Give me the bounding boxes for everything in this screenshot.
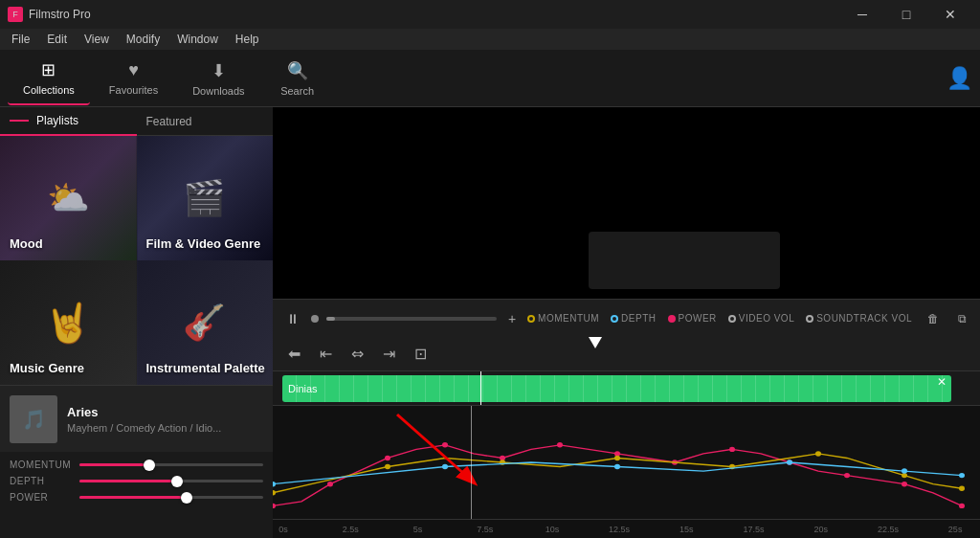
expand-button[interactable]: ⧉: [954, 308, 970, 329]
graph-area: [273, 406, 980, 519]
track-playhead-line: [480, 371, 481, 405]
tick-20s: 20s: [813, 525, 828, 534]
nav-collections[interactable]: ⊞ Collections: [8, 52, 90, 105]
momentum-thumb[interactable]: [144, 460, 155, 471]
graph-playhead: [471, 406, 472, 519]
track-clip-texture: [282, 375, 951, 402]
momentum-track[interactable]: [79, 463, 263, 466]
close-button[interactable]: ✕: [928, 0, 972, 29]
sliders-section: MOMENTUM DEPTH POWER: [0, 452, 273, 516]
collections-row-2: 🤘 Music Genre 🎸 Instrumental Palette: [0, 260, 273, 385]
add-button[interactable]: +: [504, 307, 520, 330]
tick-5s: 5s: [413, 525, 423, 534]
film-icon: 🎬: [183, 178, 226, 218]
tl-end-button[interactable]: ⇥: [377, 342, 401, 366]
collection-music-genre[interactable]: 🤘 Music Genre: [0, 260, 137, 385]
power-thumb[interactable]: [181, 492, 192, 504]
progress-fill: [326, 317, 335, 321]
collections-icon: ⊞: [41, 59, 56, 80]
instrumental-icon: 🎸: [183, 303, 226, 343]
nav-search[interactable]: 🔍 Search: [264, 53, 331, 104]
collection-film-video[interactable]: 🎬 Film & Video Genre: [137, 136, 274, 260]
collection-mood[interactable]: ⛅ Mood: [0, 136, 137, 260]
menu-view[interactable]: View: [77, 31, 117, 48]
progress-bar[interactable]: [326, 317, 497, 321]
power-dot-4: [442, 442, 448, 447]
video-area: [273, 107, 980, 299]
soundtrack-vol-dot: [806, 315, 813, 323]
video-vol-dot: [728, 315, 736, 323]
power-dot-11: [844, 473, 850, 478]
depth-dot: [611, 315, 618, 323]
power-dot: [668, 315, 676, 323]
tick-25s: 25s: [948, 525, 963, 534]
collections-row-1: ⛅ Mood 🎬 Film & Video Genre: [0, 136, 273, 260]
video-vol-label: VIDEO VOL: [739, 313, 794, 324]
track-clip[interactable]: Dinias: [282, 375, 951, 402]
controls-right: MOMENTUM DEPTH POWER VIDEO VOL SOUNDTRAC…: [527, 308, 970, 329]
nav-downloads[interactable]: ⬇ Downloads: [177, 53, 259, 104]
power-dot-6: [557, 442, 563, 447]
depth-dot-4: [787, 460, 792, 464]
instrumental-label: Instrumental Palette: [146, 361, 265, 375]
track-area: Dinias ✕: [273, 371, 980, 406]
maximize-button[interactable]: □: [884, 0, 928, 29]
featured-tab[interactable]: Featured: [137, 107, 274, 136]
graph-svg: [273, 406, 980, 519]
depth-thumb[interactable]: [171, 476, 183, 487]
menu-help[interactable]: Help: [228, 31, 267, 48]
depth-legend-label: DEPTH: [621, 313, 656, 324]
depth-dot-2: [442, 464, 448, 469]
tick-7.5s: 7.5s: [477, 525, 493, 534]
music-icon: 🤘: [44, 301, 92, 346]
delete-button[interactable]: 🗑: [924, 308, 943, 329]
tl-start-button[interactable]: ⇤: [314, 342, 338, 366]
tick-2.5s: 2.5s: [343, 525, 359, 534]
momentum-dot-2: [385, 464, 390, 469]
momentum-row: MOMENTUM: [10, 460, 263, 470]
depth-dot-5: [902, 468, 907, 473]
tick-22.5s: 22.5s: [878, 525, 899, 534]
power-track[interactable]: [79, 496, 263, 499]
featured-label: Featured: [146, 115, 192, 128]
legend-momentum: MOMENTUM: [527, 313, 599, 324]
tl-expand-button[interactable]: ⊡: [409, 342, 433, 366]
menu-file[interactable]: File: [4, 31, 37, 48]
power-legend-label: POWER: [679, 313, 717, 324]
music-label: Music Genre: [10, 361, 84, 375]
menu-modify[interactable]: Modify: [119, 31, 167, 48]
momentum-dot-4: [614, 456, 620, 460]
nav-collections-label: Collections: [23, 84, 75, 96]
playhead-area: [440, 337, 970, 370]
power-dot-2: [327, 482, 333, 486]
legend-soundtrack-vol: SOUNDTRACK VOL: [806, 313, 912, 324]
legend-video-vol: VIDEO VOL: [728, 313, 794, 324]
user-avatar[interactable]: 👤: [947, 66, 972, 91]
now-playing: 🎵 Aries Mayhem / Comedy Action / Idio...: [0, 385, 273, 452]
tick-17.5s: 17.5s: [744, 525, 765, 534]
main-layout: Playlists Featured ⛅ Mood 🎬 Film & Video…: [0, 107, 980, 538]
tl-center-button[interactable]: ⇔: [345, 342, 369, 366]
track-clip-close-button[interactable]: ✕: [937, 375, 947, 389]
menu-edit[interactable]: Edit: [39, 31, 75, 48]
nav-downloads-label: Downloads: [192, 85, 244, 97]
collections-header: Playlists Featured: [0, 107, 273, 136]
play-pause-button[interactable]: ⏸: [282, 307, 303, 330]
controls-bar: ⏸ + MOMENTUM DEPTH POWER: [273, 299, 980, 337]
titlebar: F Filmstro Pro ─ □ ✕: [0, 0, 980, 29]
playhead-dot: [311, 315, 319, 323]
power-dot-1: [273, 504, 276, 508]
depth-track[interactable]: [79, 480, 263, 482]
menu-window[interactable]: Window: [169, 31, 226, 48]
navbar: ⊞ Collections ♥ Favourites ⬇ Downloads 🔍…: [0, 50, 980, 107]
mood-label: Mood: [10, 236, 43, 251]
tl-back-button[interactable]: ⬅: [282, 342, 306, 366]
momentum-dot-6: [815, 451, 821, 456]
collection-instrumental[interactable]: 🎸 Instrumental Palette: [137, 260, 274, 385]
nav-favourites[interactable]: ♥ Favourites: [94, 53, 173, 103]
minimize-button[interactable]: ─: [840, 0, 884, 29]
depth-label: DEPTH: [10, 476, 72, 486]
power-dot-12: [902, 482, 907, 486]
playlists-tab[interactable]: Playlists: [0, 107, 137, 136]
track-thumbnail: 🎵: [10, 395, 57, 443]
